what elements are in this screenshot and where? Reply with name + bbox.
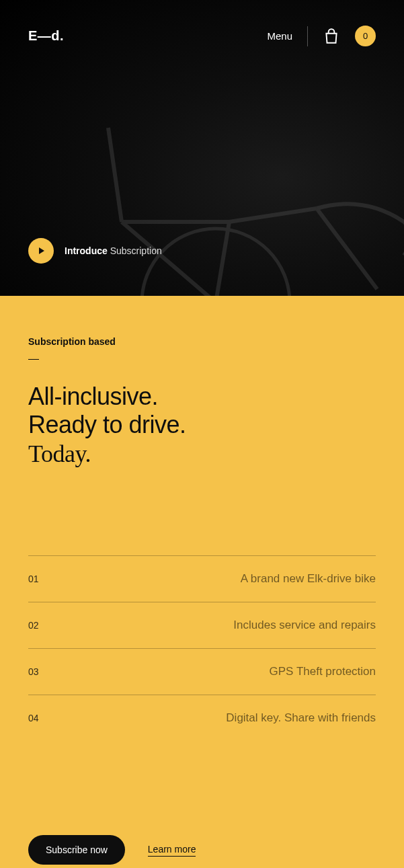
hero-banner: E—d. Menu 0 Introduce Subscription bbox=[0, 0, 404, 296]
svg-point-0 bbox=[142, 229, 290, 296]
learn-more-link[interactable]: Learn more bbox=[148, 844, 196, 857]
headline-line-2: Ready to drive. bbox=[28, 411, 186, 438]
feature-text: Digital key. Share with friends bbox=[226, 711, 376, 725]
feature-row: 04 Digital key. Share with friends bbox=[28, 695, 376, 741]
feature-text: GPS Theft protection bbox=[270, 665, 376, 678]
eyebrow: Subscription based bbox=[28, 336, 376, 347]
introduce-play[interactable]: Introduce Subscription bbox=[28, 238, 162, 264]
headline: All-inclusive. Ready to drive. Today. bbox=[28, 383, 376, 468]
feature-list: 01 A brand new Elk-drive bike 02 Include… bbox=[28, 555, 376, 741]
headline-line-3: Today. bbox=[28, 440, 91, 467]
feature-number: 01 bbox=[28, 574, 39, 584]
subscription-section: Subscription based All-inclusive. Ready … bbox=[0, 296, 404, 868]
divider bbox=[307, 26, 308, 46]
feature-number: 03 bbox=[28, 666, 39, 677]
topbar: E—d. Menu 0 bbox=[0, 0, 404, 72]
intro-text: Introduce Subscription bbox=[65, 245, 162, 256]
cart-count-badge[interactable]: 0 bbox=[355, 26, 376, 46]
feature-number: 04 bbox=[28, 713, 39, 723]
menu-button[interactable]: Menu bbox=[267, 30, 292, 42]
feature-row: 03 GPS Theft protection bbox=[28, 648, 376, 695]
nav-right: Menu 0 bbox=[267, 26, 376, 46]
feature-text: Includes service and repairs bbox=[233, 619, 376, 632]
feature-row: 02 Includes service and repairs bbox=[28, 602, 376, 648]
bag-icon[interactable] bbox=[323, 28, 340, 45]
cta-row: Subscribe now Learn more bbox=[28, 835, 376, 865]
headline-line-1: All-inclusive. bbox=[28, 383, 158, 410]
eyebrow-rule bbox=[28, 359, 39, 360]
feature-row: 01 A brand new Elk-drive bike bbox=[28, 555, 376, 602]
logo[interactable]: E—d. bbox=[28, 28, 64, 44]
bike-illustration bbox=[28, 87, 404, 296]
play-icon bbox=[28, 238, 54, 264]
subscribe-button[interactable]: Subscribe now bbox=[28, 835, 125, 865]
feature-number: 02 bbox=[28, 620, 39, 631]
feature-text: A brand new Elk-drive bike bbox=[241, 572, 376, 586]
